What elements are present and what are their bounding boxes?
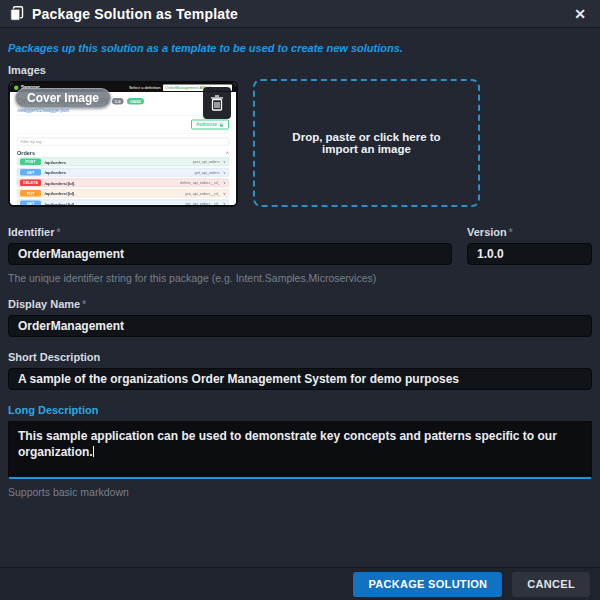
short-description-input[interactable]: [8, 368, 592, 390]
swagger-endpoint-row: PUT /api/orders/{id} put_api_orders__id_…: [17, 189, 229, 198]
delete-image-button[interactable]: [203, 87, 231, 119]
dialog-title: Package Solution as Template: [32, 6, 238, 22]
long-description-help-text: Supports basic markdown: [8, 486, 592, 498]
expand-chevron-icon: ∨: [223, 170, 226, 175]
cancel-button[interactable]: CANCEL: [512, 572, 590, 597]
version-label: Version*: [467, 226, 592, 238]
swagger-logo-icon: [14, 85, 19, 90]
image-dropzone[interactable]: Drop, paste or click here to import an i…: [253, 79, 480, 207]
dialog-subtitle: Packages up this solution as a template …: [8, 42, 592, 54]
swagger-spec-link: /swagger/v1/swagger.json: [17, 108, 229, 113]
close-icon[interactable]: ✕: [570, 4, 590, 24]
swagger-filter-input: Filter by tag: [17, 138, 229, 146]
expand-chevron-icon: ∨: [223, 191, 226, 196]
dialog-body: Packages up this solution as a template …: [0, 28, 600, 567]
identifier-help-text: The unique identifier string for this pa…: [8, 272, 592, 284]
trash-icon: [210, 95, 224, 111]
swagger-oas-badge: OAS3: [127, 98, 144, 105]
cover-image-thumbnail[interactable]: Swagger Select a definition OrderManagem…: [8, 81, 238, 207]
long-description-label: Long Description: [8, 404, 592, 416]
swagger-endpoint-row: POST /api/orders post_api_orders ∨: [17, 158, 229, 167]
images-section-label: Images: [8, 64, 592, 76]
short-description-label: Short Description: [8, 351, 592, 363]
swagger-section-orders: Orders: [17, 150, 35, 156]
expand-chevron-icon: ∨: [223, 202, 226, 207]
display-name-input[interactable]: [8, 315, 592, 337]
collapse-chevron-icon: ∧: [226, 150, 229, 155]
swagger-select-label: Select a definition: [129, 85, 161, 90]
package-solution-dialog: Package Solution as Template ✕ Packages …: [0, 0, 600, 600]
display-name-label: Display Name*: [8, 298, 592, 310]
package-solution-button[interactable]: PACKAGE SOLUTION: [353, 572, 502, 597]
expand-chevron-icon: ∨: [223, 181, 226, 186]
swagger-endpoint-row: DELETE /api/orders/{id} delete_api_order…: [17, 179, 229, 188]
swagger-endpoint-row: GET /api/orders get_api_orders ∨: [17, 168, 229, 177]
version-input[interactable]: [467, 243, 592, 265]
swagger-endpoint-row: GET /api/orders/{id} get_api_orders__id_…: [17, 200, 229, 208]
swagger-version-badge: 1.0: [112, 98, 124, 105]
identifier-input[interactable]: [8, 243, 452, 265]
package-pages-icon: [10, 6, 24, 21]
expand-chevron-icon: ∨: [223, 160, 226, 165]
text-caret: [93, 446, 94, 457]
swagger-authorize-button: Authorize: [191, 120, 229, 130]
dropzone-label: Drop, paste or click here to import an i…: [275, 131, 458, 155]
cover-image-badge: Cover Image: [15, 88, 111, 108]
identifier-label: Identifier*: [8, 226, 452, 238]
dialog-footer: PACKAGE SOLUTION CANCEL: [0, 567, 600, 600]
dialog-header: Package Solution as Template ✕: [0, 0, 600, 28]
long-description-textarea[interactable]: This sample application can be used to d…: [8, 421, 592, 479]
lock-icon: [220, 122, 224, 127]
